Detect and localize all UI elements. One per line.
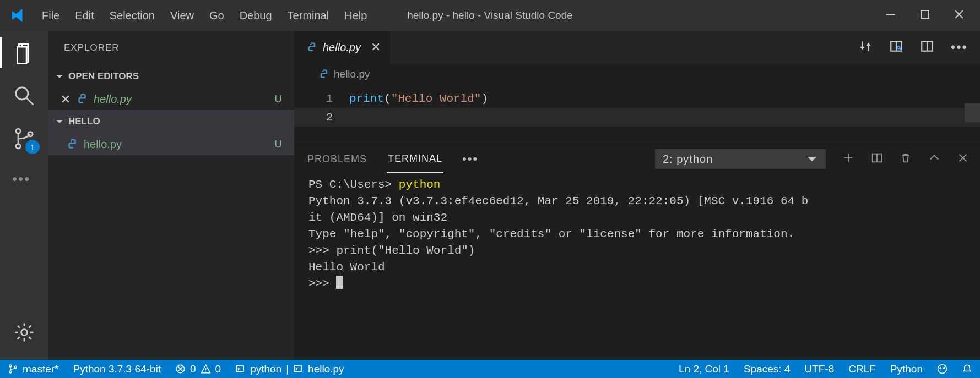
- status-problems[interactable]: 0 0: [175, 363, 221, 375]
- menu-debug[interactable]: Debug: [240, 9, 272, 22]
- vscode-logo-icon: [10, 7, 26, 24]
- folder-header[interactable]: HELLO: [48, 110, 294, 133]
- status-eol[interactable]: CRLF: [848, 363, 876, 375]
- close-editor-icon[interactable]: [61, 94, 71, 104]
- new-terminal-icon[interactable]: [842, 152, 854, 167]
- status-spaces[interactable]: Spaces: 4: [744, 363, 791, 375]
- svg-point-40: [943, 368, 944, 369]
- code-editor[interactable]: 1 print("Hello World") 2: [294, 85, 980, 144]
- open-editors-header[interactable]: OPEN EDITORS: [48, 65, 294, 88]
- menu-edit[interactable]: Edit: [75, 9, 94, 22]
- code-token: "Hello World": [391, 92, 481, 105]
- minimap[interactable]: [965, 103, 980, 122]
- terminal-output[interactable]: PS C:\Users> python Python 3.7.3 (v3.7.3…: [294, 173, 980, 360]
- open-editors-label: OPEN EDITORS: [68, 71, 139, 82]
- status-branch-label: master*: [23, 363, 58, 375]
- panel: PROBLEMS TERMINAL ••• 2: python PS C:\Us…: [294, 144, 980, 360]
- tab-close-icon[interactable]: ✕: [371, 40, 381, 54]
- editor-more-icon[interactable]: •••: [951, 40, 968, 55]
- svg-point-9: [21, 330, 28, 336]
- close-window-button[interactable]: [954, 9, 965, 23]
- folder-file-item[interactable]: hello.py U: [48, 133, 294, 155]
- git-status-marker: U: [274, 93, 282, 105]
- panel-tabs: PROBLEMS TERMINAL ••• 2: python: [294, 145, 980, 173]
- code-line-1[interactable]: 1 print("Hello World"): [294, 89, 980, 108]
- open-editor-item[interactable]: hello.py U: [48, 88, 294, 110]
- open-preview-icon[interactable]: [889, 39, 903, 56]
- editor-actions: •••: [858, 31, 980, 64]
- folder-label: HELLO: [68, 116, 100, 127]
- terminal-line: Python 3.7.3 (v3.7.3:ef4ec6ed12, Mar 25 …: [308, 195, 808, 207]
- activity-settings-icon[interactable]: [12, 320, 36, 344]
- status-run-target-file: hello.py: [308, 363, 344, 375]
- status-lncol[interactable]: Ln 2, Col 1: [679, 363, 729, 375]
- status-python-env-label: Python 3.7.3 64-bit: [73, 363, 161, 375]
- terminal-select[interactable]: 2: python: [655, 149, 826, 169]
- svg-point-14: [310, 44, 311, 45]
- activity-explorer-icon[interactable]: [12, 41, 36, 65]
- sidebar-title: EXPLORER: [48, 31, 294, 65]
- python-file-icon: [306, 42, 317, 53]
- breadcrumb-file: hello.py: [334, 68, 370, 80]
- maximize-panel-icon[interactable]: [928, 152, 940, 167]
- tab-hello-py[interactable]: hello.py ✕: [294, 31, 391, 64]
- menu-view[interactable]: View: [170, 9, 194, 22]
- split-editor-icon[interactable]: [920, 39, 934, 56]
- svg-point-28: [9, 365, 12, 367]
- menu-bar: File Edit Selection View Go Debug Termin…: [42, 9, 367, 22]
- menu-file[interactable]: File: [42, 9, 59, 22]
- activity-scm-icon[interactable]: 1: [12, 127, 36, 151]
- activity-search-icon[interactable]: [12, 84, 36, 108]
- minimize-button[interactable]: [885, 9, 896, 23]
- status-separator: |: [286, 363, 289, 375]
- code-line-2[interactable]: 2: [294, 108, 980, 127]
- status-python-env[interactable]: Python 3.7.3 64-bit: [73, 363, 161, 375]
- terminal-line: PS C:\Users>: [308, 178, 399, 191]
- compare-changes-icon[interactable]: [858, 39, 873, 56]
- status-run-target[interactable]: python | hello.py: [235, 363, 344, 375]
- window-controls: [885, 9, 980, 23]
- kill-terminal-icon[interactable]: [900, 152, 912, 167]
- menu-help[interactable]: Help: [344, 9, 367, 22]
- git-status-marker: U: [274, 138, 282, 150]
- chevron-down-icon: [55, 117, 64, 126]
- terminal-line: Type "help", "copyright", "credits" or "…: [308, 228, 794, 240]
- breadcrumb[interactable]: hello.py: [294, 64, 980, 85]
- menu-selection[interactable]: Selection: [110, 9, 155, 22]
- window-title: hello.py - hello - Visual Studio Code: [407, 9, 573, 21]
- folder-file-name: hello.py: [84, 138, 122, 151]
- panel-tab-problems[interactable]: PROBLEMS: [306, 145, 368, 173]
- svg-point-39: [940, 368, 941, 369]
- status-bar: master* Python 3.7.3 64-bit 0 0 python |…: [0, 360, 980, 378]
- python-file-icon: [76, 93, 88, 105]
- svg-rect-36: [237, 366, 244, 371]
- status-feedback-icon[interactable]: [937, 364, 947, 374]
- split-terminal-icon[interactable]: [871, 152, 883, 167]
- status-notifications-icon[interactable]: [962, 364, 972, 374]
- activity-bar: 1 •••: [0, 31, 48, 360]
- editor-tabs: hello.py ✕ •••: [294, 31, 980, 64]
- editor-group: hello.py ✕ ••• hello.py 1 print("Hello W…: [294, 31, 980, 360]
- svg-point-4: [16, 87, 28, 100]
- activity-more-icon[interactable]: •••: [12, 171, 36, 195]
- panel-tab-terminal[interactable]: TERMINAL: [387, 145, 443, 173]
- close-panel-icon[interactable]: [957, 152, 969, 167]
- status-branch[interactable]: master*: [8, 363, 58, 375]
- status-encoding[interactable]: UTF-8: [804, 363, 834, 375]
- svg-point-12: [80, 95, 82, 96]
- terminal-cursor: [336, 276, 343, 289]
- maximize-button[interactable]: [919, 9, 930, 23]
- svg-point-17: [897, 46, 900, 48]
- menu-go[interactable]: Go: [209, 9, 224, 22]
- sidebar-explorer: EXPLORER OPEN EDITORS hello.py U HELLO h…: [48, 31, 294, 360]
- status-warnings-count: 0: [215, 363, 221, 375]
- chevron-down-icon: [55, 72, 64, 81]
- status-language[interactable]: Python: [890, 363, 923, 375]
- chevron-down-icon: [806, 153, 818, 165]
- svg-line-5: [26, 98, 33, 105]
- svg-point-38: [938, 365, 947, 374]
- menu-terminal[interactable]: Terminal: [288, 9, 329, 22]
- status-errors-count: 0: [190, 363, 196, 375]
- line-number: 1: [294, 92, 349, 105]
- panel-more-icon[interactable]: •••: [462, 152, 478, 166]
